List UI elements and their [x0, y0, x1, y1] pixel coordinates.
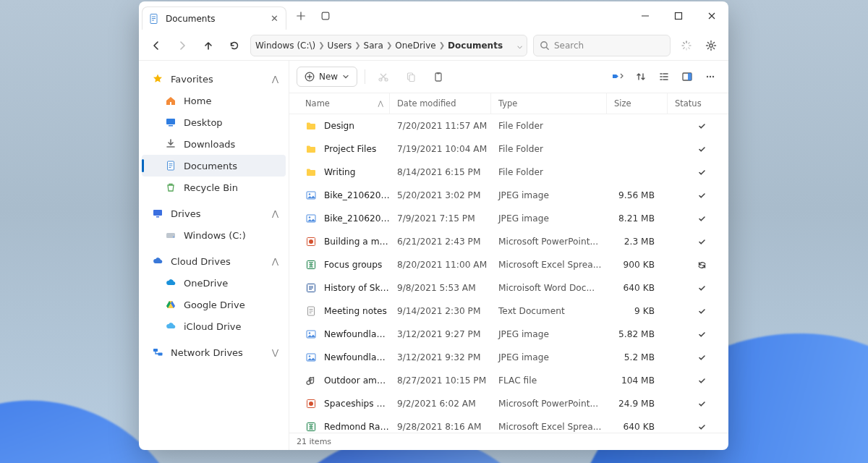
file-size: 640 KB — [607, 283, 668, 293]
col-name[interactable]: Name⋀ — [289, 93, 390, 114]
file-list[interactable]: Design 7/20/2021 11:57 AM File Folder Pr… — [289, 114, 728, 433]
settings-button[interactable] — [701, 35, 721, 56]
col-status[interactable]: Status — [668, 93, 728, 114]
tab-title: Documents — [166, 14, 265, 24]
preview-pane-button[interactable] — [676, 67, 698, 87]
file-name: Newfoundland_05 — [324, 352, 390, 362]
breadcrumb-seg[interactable]: OneDrive — [395, 41, 435, 51]
copy-button[interactable] — [400, 67, 422, 87]
sidebar-group-cloud drives[interactable]: Cloud Drives ⋀ — [142, 250, 286, 272]
file-date: 7/20/2021 11:57 AM — [390, 121, 491, 131]
file-row[interactable]: Outdoor ambience 8/27/2021 10:15 PM FLAC… — [289, 369, 728, 392]
sidebar-group-favorites[interactable]: Favorites ⋀ — [142, 68, 286, 90]
breadcrumb-dropdown-icon[interactable]: ⌵ — [517, 41, 522, 51]
breadcrumb-seg[interactable]: Sara — [364, 41, 383, 51]
search-input[interactable]: Search — [533, 35, 671, 56]
file-row[interactable]: Focus groups 8/20/2021 11:00 AM Microsof… — [289, 253, 728, 276]
file-row[interactable]: Meeting notes 9/14/2021 2:30 PM Text Doc… — [289, 300, 728, 323]
svg-point-41 — [309, 402, 313, 406]
file-row[interactable]: History of Skateboards 9/8/2021 5:53 AM … — [289, 276, 728, 300]
folder-icon — [305, 166, 317, 178]
sort-button[interactable] — [630, 67, 652, 87]
breadcrumb-seg[interactable]: Documents — [448, 41, 503, 51]
close-tab-icon[interactable]: ✕ — [271, 13, 278, 24]
minimize-button[interactable] — [629, 1, 662, 30]
sidebar-group-network drives[interactable]: Network Drives ⋁ — [142, 341, 286, 363]
search-placeholder: Search — [554, 41, 584, 51]
file-status — [668, 400, 728, 408]
breadcrumb-seg[interactable]: Users — [328, 41, 352, 51]
file-row[interactable]: Building a modern file... 6/21/2021 2:43… — [289, 230, 728, 253]
view-button[interactable] — [653, 67, 675, 87]
sidebar-item-onedrive[interactable]: OneDrive — [142, 272, 286, 294]
file-row[interactable]: Project Files 7/19/2021 10:04 AM File Fo… — [289, 137, 728, 161]
up-button[interactable] — [198, 35, 218, 56]
file-row[interactable]: Spaceships among the... 9/2/2021 6:02 AM… — [289, 392, 728, 415]
xls-icon — [305, 421, 317, 433]
file-name: Design — [324, 121, 354, 131]
file-name: Bike_210620_1312 — [324, 213, 390, 224]
sidebar-item-desktop[interactable]: Desktop — [142, 111, 286, 133]
new-button[interactable]: New — [297, 67, 357, 87]
file-row[interactable]: Newfoundland_05 3/12/2021 9:32 PM JPEG i… — [289, 346, 728, 369]
forward-button[interactable] — [172, 35, 192, 56]
sidebar-item-documents[interactable]: Documents — [142, 155, 286, 177]
sidebar-item-downloads[interactable]: Downloads — [142, 133, 286, 155]
file-date: 8/20/2021 11:00 AM — [390, 260, 491, 270]
file-type: File Folder — [491, 121, 607, 131]
file-row[interactable]: Bike_210620_1307 5/20/2021 3:02 PM JPEG … — [289, 184, 728, 207]
file-row[interactable]: Bike_210620_1312 7/9/2021 7:15 PM JPEG i… — [289, 207, 728, 230]
file-status — [668, 238, 728, 246]
sidebar-item-google-drive[interactable]: Google Drive — [142, 294, 286, 315]
back-button[interactable] — [146, 35, 166, 56]
svg-point-32 — [309, 239, 313, 244]
breadcrumb-seg[interactable]: Windows (C:\) — [255, 41, 315, 51]
chevron-icon: ⋀ — [272, 75, 278, 84]
tags-button[interactable] — [607, 67, 629, 87]
svg-rect-2 — [676, 13, 682, 20]
more-button[interactable] — [699, 67, 721, 87]
file-row[interactable]: Redmond Rangers triat... 9/28/2021 8:16 … — [289, 415, 728, 433]
col-date[interactable]: Date modified — [390, 93, 491, 114]
svg-rect-20 — [437, 72, 440, 74]
breadcrumb[interactable]: Windows (C:\)❯ Users❯ Sara❯ OneDrive❯ Do… — [250, 35, 527, 56]
svg-rect-21 — [613, 75, 616, 78]
file-row[interactable]: Writing 8/14/2021 6:15 PM File Folder — [289, 161, 728, 184]
chevron-right-icon: ❯ — [354, 41, 360, 49]
tab-overview-button[interactable] — [317, 7, 334, 25]
svg-point-37 — [309, 332, 310, 334]
sidebar-item-icloud-drive[interactable]: iCloud Drive — [142, 315, 286, 337]
refresh-button[interactable] — [224, 35, 244, 56]
file-size: 9.56 MB — [607, 190, 668, 200]
sidebar-item-recycle-bin[interactable]: Recycle Bin — [142, 177, 286, 198]
col-type[interactable]: Type — [491, 93, 607, 114]
svg-rect-12 — [153, 349, 158, 352]
tab-documents[interactable]: Documents ✕ — [142, 7, 286, 30]
ppt-icon — [305, 236, 317, 247]
close-window-button[interactable] — [695, 1, 728, 30]
new-tab-button[interactable] — [292, 7, 310, 25]
file-type: Microsoft PowerPoint... — [491, 399, 607, 409]
maximize-button[interactable] — [662, 1, 695, 30]
chevron-right-icon: ❯ — [386, 41, 392, 49]
file-date: 7/9/2021 7:15 PM — [390, 213, 491, 224]
file-size: 9 KB — [607, 306, 668, 316]
cut-button[interactable] — [373, 67, 394, 87]
image-icon — [305, 352, 317, 363]
file-type: Text Document — [491, 306, 607, 316]
file-size: 24.9 MB — [607, 399, 668, 409]
paste-button[interactable] — [427, 67, 449, 87]
sidebar-item-windows-c-[interactable]: Windows (C:) — [142, 224, 286, 246]
column-headers: Name⋀ Date modified Type Size Status — [289, 93, 728, 114]
file-date: 6/21/2021 2:43 PM — [390, 237, 491, 247]
file-size: 2.3 MB — [607, 237, 668, 247]
image-icon — [305, 190, 317, 201]
file-type: JPEG image — [491, 329, 607, 339]
file-row[interactable]: Newfoundland_02 3/12/2021 9:27 PM JPEG i… — [289, 323, 728, 346]
col-size[interactable]: Size — [607, 93, 668, 114]
file-row[interactable]: Design 7/20/2021 11:57 AM File Folder — [289, 114, 728, 137]
new-label: New — [319, 72, 338, 82]
svg-rect-19 — [435, 73, 441, 81]
sidebar-group-drives[interactable]: Drives ⋀ — [142, 203, 286, 224]
sidebar-item-home[interactable]: Home — [142, 90, 286, 111]
